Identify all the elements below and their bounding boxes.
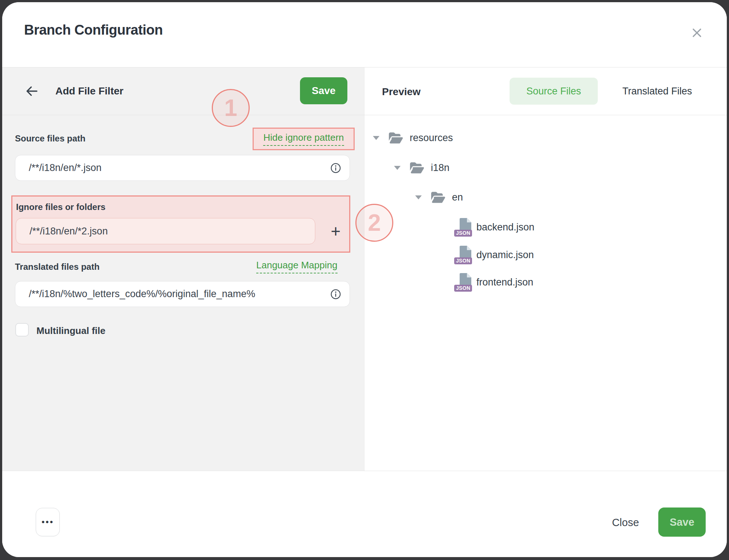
caret-down-icon[interactable]: [394, 166, 401, 170]
caret-down-icon[interactable]: [373, 136, 379, 140]
save-button[interactable]: Save: [658, 508, 706, 537]
ignore-files-label: Ignore files or folders: [16, 202, 105, 212]
tree-item-label: resources: [410, 132, 453, 144]
info-icon[interactable]: [330, 288, 342, 300]
tree-item-folder[interactable]: resources: [373, 124, 453, 152]
json-file-icon: JSON: [455, 245, 472, 264]
json-badge: JSON: [454, 285, 472, 292]
info-icon[interactable]: [330, 162, 342, 174]
close-dialog-button[interactable]: [687, 23, 706, 42]
multilingual-file-checkbox[interactable]: [15, 323, 29, 337]
json-file-icon: JSON: [455, 273, 472, 292]
translated-files-path-value: /**/i18n/%two_letters_code%/%original_fi…: [29, 288, 330, 300]
ignore-pattern-value: /**/i18n/en/*2.json: [30, 226, 315, 237]
folder-open-icon: [409, 162, 425, 174]
tree-item-label: en: [452, 192, 463, 203]
file-filter-title: Add File Filter: [55, 85, 124, 97]
preview-title: Preview: [382, 86, 421, 98]
tree-item-file[interactable]: JSON backend.json: [455, 213, 534, 241]
tree-item-file[interactable]: JSON dynamic.json: [455, 241, 534, 269]
folder-open-icon: [388, 132, 404, 144]
tree-item-label: i18n: [431, 162, 449, 174]
back-button[interactable]: [23, 83, 40, 100]
source-files-path-label: Source files path: [15, 133, 85, 144]
more-options-button[interactable]: •••: [36, 508, 60, 536]
add-ignore-pattern-button[interactable]: +: [325, 220, 346, 242]
tree-item-label: backend.json: [476, 222, 534, 233]
tab-translated-files[interactable]: Translated Files: [606, 78, 708, 105]
translated-files-path-input[interactable]: /**/i18n/%two_letters_code%/%original_fi…: [15, 281, 350, 307]
dialog-title: Branch Configuration: [24, 22, 163, 38]
tree-item-label: frontend.json: [476, 277, 533, 288]
tree-item-label: dynamic.json: [476, 249, 534, 261]
branch-configuration-dialog: Branch Configuration Add File Filter Sav…: [2, 2, 727, 557]
source-files-path-value: /**/i18n/en/*.json: [29, 162, 330, 174]
save-filter-button[interactable]: Save: [300, 77, 347, 104]
source-files-path-input[interactable]: /**/i18n/en/*.json: [15, 155, 350, 181]
plus-icon: +: [331, 222, 341, 241]
annotation-highlight-hide-ignore: Hide ignore pattern: [253, 128, 355, 150]
folder-open-icon: [430, 191, 446, 203]
tree-item-folder[interactable]: en: [415, 183, 463, 211]
dialog-header: Branch Configuration: [2, 2, 727, 67]
multilingual-file-label: Multilingual file: [36, 325, 105, 337]
hide-ignore-pattern-link[interactable]: Hide ignore pattern: [263, 132, 344, 146]
tree-item-file[interactable]: JSON frontend.json: [455, 268, 533, 296]
tree-item-folder[interactable]: i18n: [394, 153, 449, 182]
json-file-icon: JSON: [455, 218, 472, 237]
tab-source-files[interactable]: Source Files: [510, 78, 598, 105]
ignore-pattern-input[interactable]: /**/i18n/en/*2.json: [16, 218, 315, 244]
caret-down-icon[interactable]: [415, 195, 422, 199]
translated-files-path-label: Translated files path: [15, 262, 100, 272]
close-button[interactable]: Close: [602, 512, 649, 533]
json-badge: JSON: [454, 230, 472, 237]
ellipsis-icon: •••: [42, 517, 54, 527]
arrow-left-icon: [24, 83, 39, 99]
subheader-divider: [2, 115, 727, 115]
close-icon: [691, 27, 703, 39]
language-mapping-link[interactable]: Language Mapping: [256, 260, 338, 273]
json-badge: JSON: [454, 257, 472, 264]
